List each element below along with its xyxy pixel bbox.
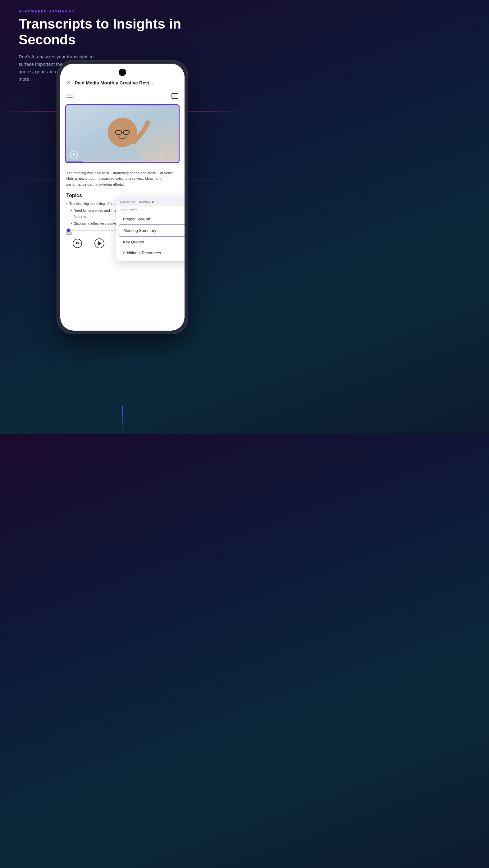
- dropdown-item-key-quotes[interactable]: Key Quotes: [119, 237, 184, 247]
- main-body-text: The meeting was held to di... marketing …: [60, 166, 184, 190]
- summary-template-dropdown: SUMMARY TEMPLATE ↻ ⧉ OVERVIEW Project Ki…: [116, 197, 184, 261]
- video-container: ⛶ ⤢: [65, 104, 179, 163]
- dropdown-header: SUMMARY TEMPLATE ↻ ⧉: [116, 197, 184, 206]
- close-icon[interactable]: ✕: [66, 79, 71, 86]
- play-icon: [98, 241, 102, 246]
- dropdown-overview-label: OVERVIEW: [116, 206, 184, 212]
- hero-title: Transcripts to Insights in Seconds: [19, 16, 226, 48]
- dropdown-item-additional-resources[interactable]: Additional Resources: [119, 247, 184, 258]
- skip-back-button[interactable]: 15: [73, 239, 82, 248]
- dropdown-items: Project Kick-off Meeting Summary Key Quo…: [116, 212, 184, 261]
- hamburger-icon[interactable]: [66, 94, 73, 98]
- time-current: 0:00: [66, 232, 73, 235]
- play-pause-button[interactable]: [94, 239, 105, 248]
- camera-notch: [119, 69, 126, 76]
- phone-screen: ✕ Paid Media Monthly Creative Revi...: [60, 64, 184, 331]
- expand-icon[interactable]: ⤢: [169, 152, 175, 159]
- app-content: ✕ Paid Media Monthly Creative Revi...: [60, 64, 184, 331]
- fullscreen-icon[interactable]: ⛶: [160, 152, 166, 159]
- video-progress: [66, 161, 179, 162]
- bottom-line: [122, 406, 123, 434]
- sidebar-toggle-icon[interactable]: [172, 93, 178, 99]
- play-button[interactable]: [70, 151, 78, 159]
- dropdown-item-meeting-summary[interactable]: Meeting Summary: [119, 224, 184, 237]
- app-header: ✕ Paid Media Monthly Creative Revi...: [60, 64, 184, 90]
- dropdown-header-label: SUMMARY TEMPLATE: [120, 200, 154, 203]
- dropdown-item-project-kickoff[interactable]: Project Kick-off: [119, 214, 184, 224]
- video-controls-right: ⛶ ⤢: [160, 152, 175, 159]
- app-title: Paid Media Monthly Creative Revi...: [75, 80, 178, 85]
- toolbar-row: [60, 90, 184, 102]
- ai-badge: AI-POWERED SUMMARIES: [19, 9, 226, 13]
- video-progress-fill: [66, 161, 83, 162]
- progress-thumb: [67, 228, 70, 232]
- play-triangle-icon: [73, 153, 76, 156]
- phone-frame: ✕ Paid Media Monthly Creative Revi...: [57, 61, 188, 334]
